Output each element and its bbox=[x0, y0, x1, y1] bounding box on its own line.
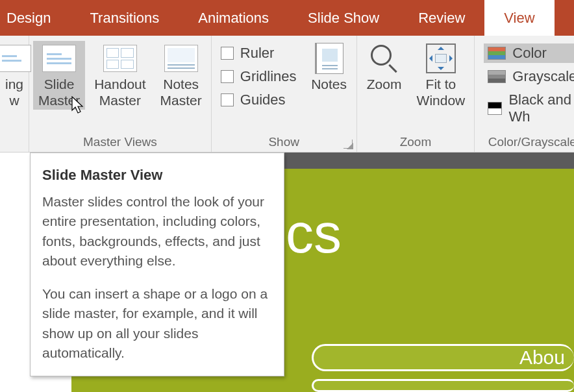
label bbox=[327, 92, 331, 108]
slide-button-about[interactable]: Abou bbox=[312, 344, 574, 371]
group-label bbox=[4, 134, 25, 151]
tooltip-para-1: Master slides control the look of your e… bbox=[42, 192, 272, 271]
label: Zoom bbox=[367, 76, 402, 92]
label: Black and Wh bbox=[508, 92, 574, 125]
slide-master-button[interactable]: Slide Master bbox=[33, 41, 85, 110]
group-label-color: Color/Grayscale bbox=[479, 134, 574, 151]
label: Master bbox=[99, 92, 141, 108]
guides-checkbox[interactable]: Guides bbox=[221, 92, 297, 108]
tab-animations[interactable]: Animations bbox=[179, 0, 288, 36]
checkbox-icon bbox=[221, 93, 234, 106]
slide-button-partial[interactable] bbox=[312, 379, 574, 392]
ribbon-tabs: Design Transitions Animations Slide Show… bbox=[0, 0, 574, 36]
notes-button[interactable]: Notes bbox=[306, 41, 353, 110]
slide-master-icon bbox=[42, 45, 76, 72]
label: Notes bbox=[311, 76, 347, 92]
notes-master-icon bbox=[164, 45, 198, 72]
group-label-zoom: Zoom bbox=[361, 134, 471, 151]
label bbox=[382, 92, 386, 108]
tooltip-para-2: You can insert a shape or a logo on a sl… bbox=[42, 284, 272, 363]
bw-swatch-icon bbox=[488, 102, 502, 115]
label: Grayscale bbox=[512, 68, 574, 85]
label: w bbox=[9, 92, 19, 108]
magnifier-icon bbox=[369, 43, 399, 73]
label: Color bbox=[512, 45, 547, 62]
label: ing bbox=[5, 76, 23, 92]
handout-master-icon bbox=[103, 45, 137, 72]
label: Ruler bbox=[240, 45, 275, 62]
label: Notes bbox=[163, 76, 199, 92]
fit-to-window-icon bbox=[426, 43, 456, 73]
group-label-show: Show bbox=[216, 134, 353, 151]
grayscale-swatch-icon bbox=[488, 70, 506, 83]
ruler-checkbox[interactable]: Ruler bbox=[221, 45, 297, 62]
handout-master-button[interactable]: Handout Master bbox=[89, 41, 151, 110]
color-mode-color[interactable]: Color bbox=[484, 43, 574, 63]
zoom-button[interactable]: Zoom bbox=[361, 41, 408, 110]
ribbon: ing w Slide Master Handout Master Notes … bbox=[0, 36, 574, 153]
tab-review[interactable]: Review bbox=[399, 0, 484, 36]
dialog-launcher-icon[interactable] bbox=[343, 140, 353, 149]
color-mode-grayscale[interactable]: Grayscale bbox=[484, 67, 574, 86]
label: Master bbox=[160, 92, 202, 108]
color-mode-bw[interactable]: Black and Wh bbox=[484, 90, 574, 127]
tooltip-slide-master: Slide Master View Master slides control … bbox=[30, 153, 284, 376]
label: Window bbox=[417, 92, 466, 108]
label: Handout bbox=[94, 76, 145, 92]
group-show: Ruler Gridlines Guides Notes Show bbox=[212, 36, 357, 152]
checkbox-icon bbox=[221, 47, 234, 60]
slide-buttons: Abou bbox=[312, 344, 574, 392]
group-presentation-views-partial: ing w bbox=[0, 36, 29, 152]
label: Guides bbox=[240, 92, 286, 108]
reading-view-icon bbox=[0, 45, 31, 72]
tab-view[interactable]: View bbox=[484, 0, 554, 36]
checkbox-icon bbox=[221, 70, 234, 83]
tab-transitions[interactable]: Transitions bbox=[70, 0, 179, 36]
slide-title-text: cs bbox=[286, 201, 342, 265]
notes-icon bbox=[315, 43, 343, 74]
tab-design[interactable]: Design bbox=[0, 0, 70, 36]
label: Gridlines bbox=[240, 68, 297, 85]
gridlines-checkbox[interactable]: Gridlines bbox=[221, 68, 297, 85]
notes-master-button[interactable]: Notes Master bbox=[155, 41, 207, 110]
label: Master bbox=[38, 92, 80, 108]
group-zoom: Zoom Fit to Window Zoom bbox=[357, 36, 475, 152]
fit-to-window-button[interactable]: Fit to Window bbox=[412, 41, 471, 110]
label: Slide bbox=[44, 76, 75, 92]
tooltip-title: Slide Master View bbox=[42, 165, 272, 186]
color-swatch-icon bbox=[488, 47, 506, 60]
tab-slideshow[interactable]: Slide Show bbox=[288, 0, 399, 36]
group-color-grayscale: Color Grayscale Black and Wh Color/Grays… bbox=[475, 36, 574, 152]
group-label-master-views: Master Views bbox=[33, 134, 207, 151]
label: Fit to bbox=[426, 76, 456, 92]
group-master-views: Slide Master Handout Master Notes Master… bbox=[29, 36, 212, 152]
